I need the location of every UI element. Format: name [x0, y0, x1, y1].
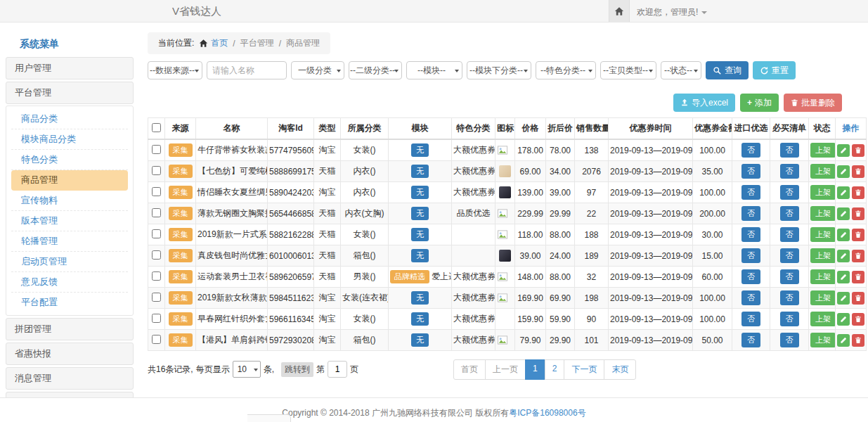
batch-delete-button[interactable]: 批量删除 — [784, 94, 842, 112]
delete-button[interactable] — [852, 313, 864, 326]
status-toggle[interactable]: 上架 — [810, 333, 836, 347]
import-select-toggle[interactable]: 否 — [741, 164, 760, 179]
row-checkbox[interactable] — [152, 250, 161, 260]
edit-button[interactable] — [837, 313, 850, 326]
import-select-toggle[interactable]: 否 — [741, 312, 760, 326]
row-checkbox[interactable] — [152, 293, 161, 302]
status-toggle[interactable]: 上架 — [810, 185, 836, 200]
must-buy-toggle[interactable]: 否 — [780, 227, 799, 242]
sidebar-item-2[interactable]: 拼团管理 — [6, 318, 134, 340]
filter-select-2[interactable]: --二级分类-- — [349, 61, 402, 79]
filter-select-1[interactable]: 一级分类 — [291, 61, 344, 79]
name-search-input[interactable] — [207, 61, 287, 79]
row-checkbox[interactable] — [152, 229, 161, 238]
edit-button[interactable] — [837, 186, 850, 199]
filter-select-4[interactable]: --模块下分类-- — [467, 61, 531, 79]
sidebar-subitem-9[interactable]: 平台配置 — [11, 293, 128, 312]
user-menu[interactable]: 欢迎您，管理员! — [637, 6, 707, 18]
must-buy-toggle[interactable]: 否 — [780, 290, 799, 305]
reset-button[interactable]: 重置 — [753, 61, 796, 79]
sidebar-subitem-4[interactable]: 宣传物料 — [11, 191, 128, 211]
page-size-select[interactable]: 10 — [233, 361, 261, 378]
delete-button[interactable] — [852, 186, 864, 199]
sidebar-item-1[interactable]: 平台管理 — [6, 82, 134, 104]
must-buy-toggle[interactable]: 否 — [780, 206, 799, 221]
page-button-2[interactable]: 1 — [525, 359, 545, 380]
sidebar-item-3[interactable]: 省惠快报 — [6, 343, 134, 365]
delete-button[interactable] — [852, 292, 864, 305]
delete-button[interactable] — [852, 250, 864, 262]
row-checkbox[interactable] — [152, 335, 161, 344]
row-checkbox[interactable] — [152, 145, 161, 154]
import-select-toggle[interactable]: 否 — [741, 227, 760, 242]
filter-select-0[interactable]: --数据来源-- — [148, 61, 202, 79]
edit-button[interactable] — [837, 250, 850, 262]
status-toggle[interactable]: 上架 — [810, 164, 836, 179]
filter-select-6[interactable]: --宝贝类型-- — [600, 61, 656, 79]
must-buy-toggle[interactable]: 否 — [780, 248, 799, 263]
status-toggle[interactable]: 上架 — [810, 290, 836, 305]
must-buy-toggle[interactable]: 否 — [780, 164, 799, 179]
sidebar-item-0[interactable]: 用户管理 — [6, 57, 134, 79]
edit-button[interactable] — [837, 271, 850, 283]
edit-button[interactable] — [837, 292, 850, 305]
filter-select-5[interactable]: --特色分类-- — [536, 61, 596, 79]
add-button[interactable]: + 添加 — [740, 94, 779, 112]
import-select-toggle[interactable]: 否 — [741, 269, 760, 284]
sidebar-subitem-5[interactable]: 版本管理 — [11, 211, 128, 231]
edit-button[interactable] — [837, 334, 850, 347]
sidebar-subitem-3[interactable]: 商品管理 — [11, 170, 128, 191]
status-toggle[interactable]: 上架 — [810, 206, 836, 221]
filter-select-7[interactable]: --状态-- — [661, 61, 701, 79]
must-buy-toggle[interactable]: 否 — [780, 143, 799, 158]
must-buy-toggle[interactable]: 否 — [780, 269, 799, 284]
delete-button[interactable] — [852, 207, 864, 220]
must-buy-toggle[interactable]: 否 — [780, 333, 799, 347]
edit-button[interactable] — [837, 207, 850, 220]
row-checkbox[interactable] — [152, 208, 161, 217]
row-checkbox[interactable] — [152, 271, 161, 281]
sidebar-subitem-0[interactable]: 商品分类 — [11, 109, 128, 129]
import-excel-button[interactable]: 导入excel — [673, 94, 735, 112]
delete-button[interactable] — [852, 271, 864, 283]
edit-button[interactable] — [837, 229, 850, 241]
import-select-toggle[interactable]: 否 — [741, 143, 760, 158]
page-button-4[interactable]: 下一页 — [564, 359, 604, 380]
delete-button[interactable] — [852, 229, 864, 241]
status-toggle[interactable]: 上架 — [810, 312, 836, 326]
delete-button[interactable] — [852, 144, 864, 157]
sidebar-subitem-8[interactable]: 意见反馈 — [11, 272, 128, 293]
home-button[interactable] — [609, 0, 630, 22]
row-checkbox[interactable] — [152, 187, 161, 196]
delete-button[interactable] — [852, 165, 864, 178]
status-toggle[interactable]: 上架 — [810, 269, 836, 284]
import-select-toggle[interactable]: 否 — [741, 185, 760, 200]
sidebar-item-5[interactable]: 订单管理 — [6, 392, 134, 397]
sidebar-subitem-2[interactable]: 特色分类 — [11, 150, 128, 170]
page-button-5[interactable]: 末页 — [604, 359, 636, 380]
edit-button[interactable] — [837, 165, 850, 178]
row-checkbox[interactable] — [152, 314, 161, 323]
edit-button[interactable] — [837, 144, 850, 157]
page-button-1[interactable]: 上一页 — [485, 359, 526, 380]
status-toggle[interactable]: 上架 — [810, 143, 836, 158]
sidebar-subitem-6[interactable]: 轮播管理 — [11, 231, 128, 252]
jump-button[interactable]: 跳转到 — [281, 362, 313, 377]
delete-button[interactable] — [852, 334, 864, 347]
import-select-toggle[interactable]: 否 — [741, 248, 760, 263]
must-buy-toggle[interactable]: 否 — [780, 185, 799, 200]
icp-link[interactable]: 粤ICP备16098006号 — [509, 408, 585, 418]
breadcrumb-home-link[interactable]: 首页 — [211, 37, 228, 49]
must-buy-toggle[interactable]: 否 — [780, 312, 799, 326]
select-all-checkbox[interactable] — [152, 123, 161, 132]
sidebar-subitem-1[interactable]: 模块商品分类 — [11, 129, 128, 150]
import-select-toggle[interactable]: 否 — [741, 206, 760, 221]
row-checkbox[interactable] — [152, 166, 161, 175]
import-select-toggle[interactable]: 否 — [741, 290, 760, 305]
page-number-input[interactable] — [328, 361, 347, 378]
query-button[interactable]: 查询 — [706, 61, 749, 79]
page-button-3[interactable]: 2 — [545, 359, 565, 380]
sidebar-item-4[interactable]: 消息管理 — [6, 367, 134, 390]
import-select-toggle[interactable]: 否 — [741, 333, 760, 347]
status-toggle[interactable]: 上架 — [810, 248, 836, 263]
